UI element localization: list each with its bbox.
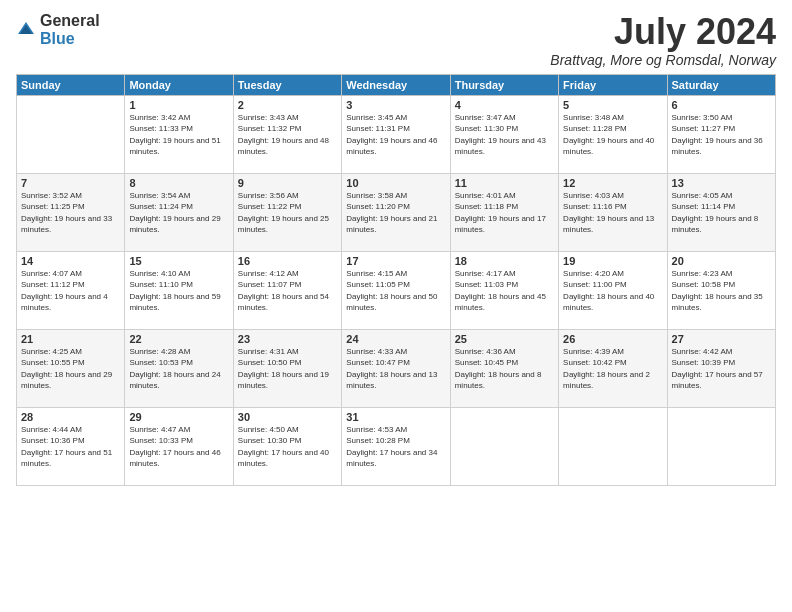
day-info: Sunrise: 3:47 AMSunset: 11:30 PMDaylight… [455,112,554,158]
day-number: 5 [563,99,662,111]
day-number: 18 [455,255,554,267]
calendar-cell: 4Sunrise: 3:47 AMSunset: 11:30 PMDayligh… [450,95,558,173]
day-info: Sunrise: 4:23 AMSunset: 10:58 PMDaylight… [672,268,771,314]
day-info: Sunrise: 3:58 AMSunset: 11:20 PMDaylight… [346,190,445,236]
day-info: Sunrise: 4:47 AMSunset: 10:33 PMDaylight… [129,424,228,470]
calendar-cell: 3Sunrise: 3:45 AMSunset: 11:31 PMDayligh… [342,95,450,173]
day-info: Sunrise: 4:01 AMSunset: 11:18 PMDaylight… [455,190,554,236]
day-info: Sunrise: 3:52 AMSunset: 11:25 PMDaylight… [21,190,120,236]
day-number: 30 [238,411,337,423]
day-number: 14 [21,255,120,267]
day-number: 10 [346,177,445,189]
calendar-cell: 20Sunrise: 4:23 AMSunset: 10:58 PMDaylig… [667,251,775,329]
day-info: Sunrise: 3:56 AMSunset: 11:22 PMDaylight… [238,190,337,236]
logo-icon [16,20,36,40]
day-number: 6 [672,99,771,111]
day-number: 24 [346,333,445,345]
day-number: 16 [238,255,337,267]
day-number: 4 [455,99,554,111]
calendar-cell: 24Sunrise: 4:33 AMSunset: 10:47 PMDaylig… [342,329,450,407]
day-info: Sunrise: 4:53 AMSunset: 10:28 PMDaylight… [346,424,445,470]
day-number: 28 [21,411,120,423]
calendar-cell: 9Sunrise: 3:56 AMSunset: 11:22 PMDayligh… [233,173,341,251]
calendar-cell: 10Sunrise: 3:58 AMSunset: 11:20 PMDaylig… [342,173,450,251]
day-number: 15 [129,255,228,267]
day-number: 9 [238,177,337,189]
calendar-cell: 19Sunrise: 4:20 AMSunset: 11:00 PMDaylig… [559,251,667,329]
day-number: 7 [21,177,120,189]
day-number: 25 [455,333,554,345]
day-number: 21 [21,333,120,345]
day-number: 8 [129,177,228,189]
header-saturday: Saturday [667,74,775,95]
day-info: Sunrise: 4:12 AMSunset: 11:07 PMDaylight… [238,268,337,314]
calendar-week-row: 21Sunrise: 4:25 AMSunset: 10:55 PMDaylig… [17,329,776,407]
day-info: Sunrise: 3:43 AMSunset: 11:32 PMDaylight… [238,112,337,158]
logo-blue: Blue [40,30,75,47]
day-info: Sunrise: 3:45 AMSunset: 11:31 PMDaylight… [346,112,445,158]
day-number: 26 [563,333,662,345]
calendar-cell: 7Sunrise: 3:52 AMSunset: 11:25 PMDayligh… [17,173,125,251]
calendar-cell: 28Sunrise: 4:44 AMSunset: 10:36 PMDaylig… [17,407,125,485]
day-info: Sunrise: 4:17 AMSunset: 11:03 PMDaylight… [455,268,554,314]
calendar-week-row: 28Sunrise: 4:44 AMSunset: 10:36 PMDaylig… [17,407,776,485]
day-number: 2 [238,99,337,111]
header-friday: Friday [559,74,667,95]
day-info: Sunrise: 4:50 AMSunset: 10:30 PMDaylight… [238,424,337,470]
day-info: Sunrise: 4:03 AMSunset: 11:16 PMDaylight… [563,190,662,236]
calendar-cell: 23Sunrise: 4:31 AMSunset: 10:50 PMDaylig… [233,329,341,407]
day-info: Sunrise: 4:05 AMSunset: 11:14 PMDaylight… [672,190,771,236]
page-header: General Blue July 2024 Brattvag, More og… [16,12,776,68]
day-number: 22 [129,333,228,345]
month-title: July 2024 [550,12,776,52]
day-number: 27 [672,333,771,345]
calendar-cell: 16Sunrise: 4:12 AMSunset: 11:07 PMDaylig… [233,251,341,329]
calendar-cell: 13Sunrise: 4:05 AMSunset: 11:14 PMDaylig… [667,173,775,251]
calendar-week-row: 14Sunrise: 4:07 AMSunset: 11:12 PMDaylig… [17,251,776,329]
day-number: 17 [346,255,445,267]
calendar-table: Sunday Monday Tuesday Wednesday Thursday… [16,74,776,486]
calendar-cell: 6Sunrise: 3:50 AMSunset: 11:27 PMDayligh… [667,95,775,173]
calendar-cell: 22Sunrise: 4:28 AMSunset: 10:53 PMDaylig… [125,329,233,407]
calendar-cell: 18Sunrise: 4:17 AMSunset: 11:03 PMDaylig… [450,251,558,329]
day-info: Sunrise: 4:25 AMSunset: 10:55 PMDaylight… [21,346,120,392]
calendar-cell: 26Sunrise: 4:39 AMSunset: 10:42 PMDaylig… [559,329,667,407]
day-number: 12 [563,177,662,189]
calendar-cell: 2Sunrise: 3:43 AMSunset: 11:32 PMDayligh… [233,95,341,173]
day-number: 19 [563,255,662,267]
calendar-cell [559,407,667,485]
day-info: Sunrise: 4:42 AMSunset: 10:39 PMDaylight… [672,346,771,392]
logo: General Blue [16,12,100,48]
calendar-cell [667,407,775,485]
day-info: Sunrise: 4:10 AMSunset: 11:10 PMDaylight… [129,268,228,314]
calendar-cell: 5Sunrise: 3:48 AMSunset: 11:28 PMDayligh… [559,95,667,173]
logo-general: General [40,12,100,29]
day-info: Sunrise: 4:39 AMSunset: 10:42 PMDaylight… [563,346,662,392]
header-thursday: Thursday [450,74,558,95]
day-number: 1 [129,99,228,111]
location-title: Brattvag, More og Romsdal, Norway [550,52,776,68]
calendar-week-row: 7Sunrise: 3:52 AMSunset: 11:25 PMDayligh… [17,173,776,251]
day-number: 20 [672,255,771,267]
day-number: 31 [346,411,445,423]
day-info: Sunrise: 3:50 AMSunset: 11:27 PMDaylight… [672,112,771,158]
day-info: Sunrise: 3:54 AMSunset: 11:24 PMDaylight… [129,190,228,236]
calendar-cell: 25Sunrise: 4:36 AMSunset: 10:45 PMDaylig… [450,329,558,407]
header-tuesday: Tuesday [233,74,341,95]
header-wednesday: Wednesday [342,74,450,95]
calendar-cell [17,95,125,173]
day-info: Sunrise: 3:42 AMSunset: 11:33 PMDaylight… [129,112,228,158]
day-info: Sunrise: 4:33 AMSunset: 10:47 PMDaylight… [346,346,445,392]
calendar-cell: 30Sunrise: 4:50 AMSunset: 10:30 PMDaylig… [233,407,341,485]
calendar-page: General Blue July 2024 Brattvag, More og… [0,0,792,612]
day-info: Sunrise: 4:31 AMSunset: 10:50 PMDaylight… [238,346,337,392]
day-number: 3 [346,99,445,111]
calendar-cell: 12Sunrise: 4:03 AMSunset: 11:16 PMDaylig… [559,173,667,251]
calendar-cell: 15Sunrise: 4:10 AMSunset: 11:10 PMDaylig… [125,251,233,329]
day-number: 11 [455,177,554,189]
title-block: July 2024 Brattvag, More og Romsdal, Nor… [550,12,776,68]
weekday-header-row: Sunday Monday Tuesday Wednesday Thursday… [17,74,776,95]
calendar-cell: 31Sunrise: 4:53 AMSunset: 10:28 PMDaylig… [342,407,450,485]
day-info: Sunrise: 4:20 AMSunset: 11:00 PMDaylight… [563,268,662,314]
calendar-cell [450,407,558,485]
